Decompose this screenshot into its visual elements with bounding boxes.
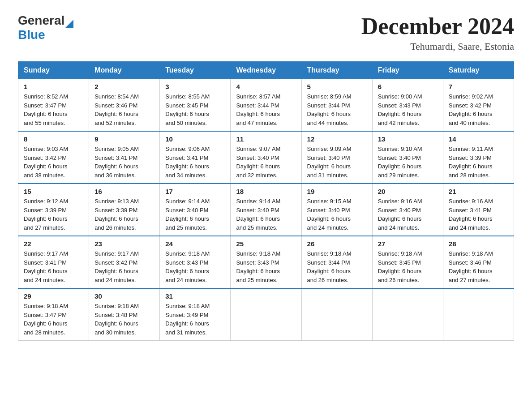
logo-triangle-icon	[65, 20, 73, 28]
location-subtitle: Tehumardi, Saare, Estonia	[361, 41, 514, 52]
day-number: 26	[307, 240, 367, 248]
day-number: 2	[94, 83, 154, 90]
day-number: 7	[449, 83, 508, 90]
col-wednesday: Wednesday	[231, 62, 301, 79]
day-number: 16	[94, 188, 154, 195]
day-number: 22	[24, 240, 83, 248]
calendar-header-row: Sunday Monday Tuesday Wednesday Thursday…	[18, 62, 514, 79]
table-row	[372, 288, 443, 341]
day-number: 31	[165, 292, 225, 300]
table-row: 10Sunrise: 9:06 AMSunset: 3:41 PMDayligh…	[160, 131, 231, 184]
calendar-week-5: 29Sunrise: 9:18 AMSunset: 3:47 PMDayligh…	[18, 288, 514, 341]
day-number: 20	[378, 188, 438, 195]
col-tuesday: Tuesday	[160, 62, 231, 79]
page-header: General Blue December 2024 Tehumardi, Sa…	[18, 13, 514, 52]
table-row: 4Sunrise: 8:57 AMSunset: 3:44 PMDaylight…	[231, 79, 301, 132]
day-number: 25	[236, 240, 296, 248]
col-friday: Friday	[372, 62, 443, 79]
day-number: 28	[449, 240, 508, 248]
month-year-title: December 2024	[361, 13, 514, 39]
title-section: December 2024 Tehumardi, Saare, Estonia	[361, 13, 514, 52]
table-row: 30Sunrise: 9:18 AMSunset: 3:48 PMDayligh…	[89, 288, 160, 341]
day-info: Sunrise: 8:52 AMSunset: 3:47 PMDaylight:…	[24, 92, 83, 127]
day-number: 3	[165, 83, 225, 90]
day-info: Sunrise: 9:00 AMSunset: 3:43 PMDaylight:…	[378, 92, 438, 127]
day-number: 12	[307, 135, 367, 143]
day-info: Sunrise: 9:14 AMSunset: 3:40 PMDaylight:…	[165, 197, 225, 232]
logo-general-text: General	[18, 13, 64, 28]
day-info: Sunrise: 9:18 AMSunset: 3:47 PMDaylight:…	[24, 302, 83, 337]
day-info: Sunrise: 9:18 AMSunset: 3:44 PMDaylight:…	[307, 249, 367, 284]
table-row: 25Sunrise: 9:18 AMSunset: 3:43 PMDayligh…	[231, 236, 301, 288]
table-row: 31Sunrise: 9:18 AMSunset: 3:49 PMDayligh…	[160, 288, 231, 341]
day-number: 23	[94, 240, 154, 248]
day-info: Sunrise: 9:03 AMSunset: 3:42 PMDaylight:…	[24, 145, 83, 180]
day-info: Sunrise: 9:09 AMSunset: 3:40 PMDaylight:…	[307, 145, 367, 180]
day-number: 30	[94, 292, 154, 300]
day-info: Sunrise: 9:18 AMSunset: 3:46 PMDaylight:…	[449, 249, 508, 284]
table-row: 26Sunrise: 9:18 AMSunset: 3:44 PMDayligh…	[301, 236, 372, 288]
calendar-week-1: 1Sunrise: 8:52 AMSunset: 3:47 PMDaylight…	[18, 79, 514, 132]
day-info: Sunrise: 8:54 AMSunset: 3:46 PMDaylight:…	[94, 92, 154, 127]
table-row: 17Sunrise: 9:14 AMSunset: 3:40 PMDayligh…	[160, 184, 231, 236]
day-number: 8	[24, 135, 83, 143]
day-info: Sunrise: 9:17 AMSunset: 3:42 PMDaylight:…	[94, 249, 154, 284]
day-number: 9	[94, 135, 154, 143]
table-row: 12Sunrise: 9:09 AMSunset: 3:40 PMDayligh…	[301, 131, 372, 184]
day-number: 1	[24, 83, 83, 90]
table-row: 6Sunrise: 9:00 AMSunset: 3:43 PMDaylight…	[372, 79, 443, 132]
day-info: Sunrise: 9:18 AMSunset: 3:45 PMDaylight:…	[378, 249, 438, 284]
day-number: 18	[236, 188, 296, 195]
table-row	[301, 288, 372, 341]
calendar-week-2: 8Sunrise: 9:03 AMSunset: 3:42 PMDaylight…	[18, 131, 514, 184]
table-row: 7Sunrise: 9:02 AMSunset: 3:42 PMDaylight…	[443, 79, 514, 132]
table-row: 18Sunrise: 9:14 AMSunset: 3:40 PMDayligh…	[231, 184, 301, 236]
table-row: 24Sunrise: 9:18 AMSunset: 3:43 PMDayligh…	[160, 236, 231, 288]
day-number: 5	[307, 83, 367, 90]
calendar-week-3: 15Sunrise: 9:12 AMSunset: 3:39 PMDayligh…	[18, 184, 514, 236]
day-info: Sunrise: 9:14 AMSunset: 3:40 PMDaylight:…	[236, 197, 296, 232]
day-number: 10	[165, 135, 225, 143]
table-row: 14Sunrise: 9:11 AMSunset: 3:39 PMDayligh…	[443, 131, 514, 184]
col-saturday: Saturday	[443, 62, 514, 79]
day-info: Sunrise: 8:57 AMSunset: 3:44 PMDaylight:…	[236, 92, 296, 127]
table-row: 15Sunrise: 9:12 AMSunset: 3:39 PMDayligh…	[18, 184, 89, 236]
logo: General Blue	[18, 13, 73, 42]
table-row: 28Sunrise: 9:18 AMSunset: 3:46 PMDayligh…	[443, 236, 514, 288]
day-number: 14	[449, 135, 508, 143]
table-row: 19Sunrise: 9:15 AMSunset: 3:40 PMDayligh…	[301, 184, 372, 236]
day-info: Sunrise: 9:18 AMSunset: 3:43 PMDaylight:…	[236, 249, 296, 284]
day-info: Sunrise: 9:16 AMSunset: 3:40 PMDaylight:…	[378, 197, 438, 232]
day-number: 4	[236, 83, 296, 90]
calendar-week-4: 22Sunrise: 9:17 AMSunset: 3:41 PMDayligh…	[18, 236, 514, 288]
day-number: 19	[307, 188, 367, 195]
table-row: 16Sunrise: 9:13 AMSunset: 3:39 PMDayligh…	[89, 184, 160, 236]
day-number: 17	[165, 188, 225, 195]
table-row: 29Sunrise: 9:18 AMSunset: 3:47 PMDayligh…	[18, 288, 89, 341]
day-number: 15	[24, 188, 83, 195]
day-info: Sunrise: 9:18 AMSunset: 3:48 PMDaylight:…	[94, 302, 154, 337]
day-info: Sunrise: 9:13 AMSunset: 3:39 PMDaylight:…	[94, 197, 154, 232]
day-number: 27	[378, 240, 438, 248]
day-info: Sunrise: 9:05 AMSunset: 3:41 PMDaylight:…	[94, 145, 154, 180]
table-row: 11Sunrise: 9:07 AMSunset: 3:40 PMDayligh…	[231, 131, 301, 184]
day-number: 21	[449, 188, 508, 195]
col-monday: Monday	[89, 62, 160, 79]
table-row: 21Sunrise: 9:16 AMSunset: 3:41 PMDayligh…	[443, 184, 514, 236]
col-sunday: Sunday	[18, 62, 89, 79]
table-row: 9Sunrise: 9:05 AMSunset: 3:41 PMDaylight…	[89, 131, 160, 184]
day-info: Sunrise: 9:07 AMSunset: 3:40 PMDaylight:…	[236, 145, 296, 180]
day-info: Sunrise: 9:11 AMSunset: 3:39 PMDaylight:…	[449, 145, 508, 180]
table-row: 8Sunrise: 9:03 AMSunset: 3:42 PMDaylight…	[18, 131, 89, 184]
table-row: 5Sunrise: 8:59 AMSunset: 3:44 PMDaylight…	[301, 79, 372, 132]
day-info: Sunrise: 9:16 AMSunset: 3:41 PMDaylight:…	[449, 197, 508, 232]
table-row	[231, 288, 301, 341]
day-info: Sunrise: 9:18 AMSunset: 3:43 PMDaylight:…	[165, 249, 225, 284]
day-number: 24	[165, 240, 225, 248]
day-number: 29	[24, 292, 83, 300]
day-info: Sunrise: 9:06 AMSunset: 3:41 PMDaylight:…	[165, 145, 225, 180]
table-row: 2Sunrise: 8:54 AMSunset: 3:46 PMDaylight…	[89, 79, 160, 132]
day-number: 13	[378, 135, 438, 143]
day-number: 6	[378, 83, 438, 90]
day-info: Sunrise: 8:59 AMSunset: 3:44 PMDaylight:…	[307, 92, 367, 127]
